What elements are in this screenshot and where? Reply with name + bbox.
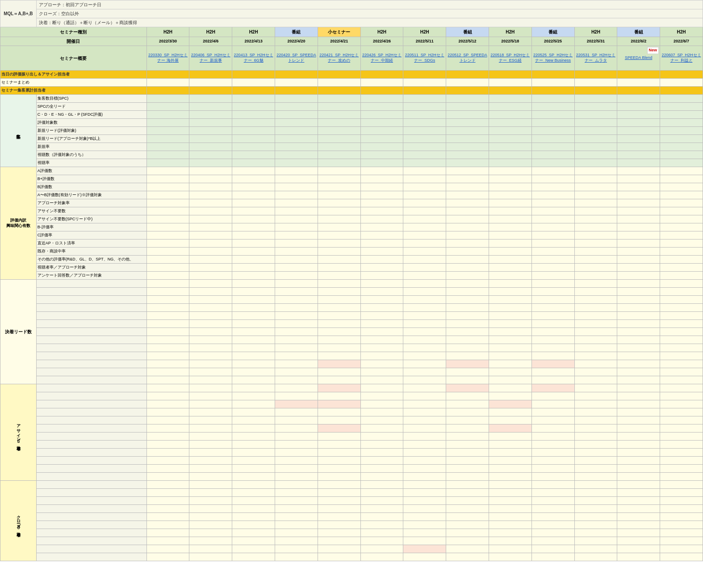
row-eval-count: 評価対象数 xyxy=(36,119,146,127)
today-eval-label: 当日の評価振り出し＆アサイン担当者 xyxy=(0,71,147,79)
col-date-7: 2022/5/11 xyxy=(403,37,446,46)
row-decision-9 xyxy=(36,344,146,352)
row-assign-10 xyxy=(36,457,146,465)
mql-label: MQL＝A,B+,B xyxy=(0,0,37,27)
row-no-assign-spc: アサイン不要数(SPCリード中) xyxy=(36,215,146,223)
row-new-rate: 新規率 xyxy=(36,143,146,151)
row-decision-10 xyxy=(36,352,146,360)
seminar-1[interactable]: 220330_SP_H2Hセミナー 海外展 xyxy=(146,46,189,71)
row-close-4 xyxy=(36,505,146,513)
section-assign-rate: アサインto決着率 xyxy=(0,384,37,481)
row-ap-lost: 直近AP・ロスト済率 xyxy=(36,239,146,248)
info-line1: アプローチ：初回アプローチ日 xyxy=(36,0,703,9)
section-集客: 集客 xyxy=(0,95,37,167)
info-line3: 決着：断り（通話）＋断り（メール）＋商談獲得 xyxy=(36,18,703,27)
row-view-count: 視聴数（評価対象のうち） xyxy=(36,151,146,159)
row-a-eval: A評価数 xyxy=(36,167,146,175)
col-date-1: 2022/3/30 xyxy=(146,37,189,46)
row-bminus-rate: B-評価率 xyxy=(36,223,146,231)
row-spc-all: SPCの全リード xyxy=(36,103,146,111)
row-decision-6 xyxy=(36,320,146,328)
header-seminar-type: セミナー種別 xyxy=(0,27,147,37)
seminar-9[interactable]: 220518_SP_H2Hセミナー_ESG経 xyxy=(489,46,531,71)
col-type-10: 番組 xyxy=(531,27,574,37)
row-decision-7 xyxy=(36,328,146,336)
info-line2: クローズ：空白以外 xyxy=(36,9,703,18)
col-date-6: 2022/4/26 xyxy=(360,37,403,46)
row-no-assign: アサイン不要数 xyxy=(36,207,146,215)
spreadsheet-container: MQL＝A,B+,B アプローチ：初回アプローチ日 クローズ：空白以外 決着：断… xyxy=(0,0,703,588)
row-decision-5 xyxy=(36,312,146,320)
new-badge: New xyxy=(647,47,659,54)
row-assign-8 xyxy=(36,441,146,449)
seminar-3[interactable]: 220413_SP_H2Hセミナー_6G魅 xyxy=(232,46,275,71)
row-existing: 既存・商談中率 xyxy=(36,248,146,256)
seminar-4[interactable]: 220420_SP_SPEEDAトレンド xyxy=(275,46,318,71)
row-集客数目標: 集客数目標(SPC) xyxy=(36,95,146,103)
row-assign-4 xyxy=(36,408,146,416)
row-assign-7 xyxy=(36,433,146,441)
row-assign-1 xyxy=(36,384,146,392)
row-assign-11 xyxy=(36,465,146,473)
row-ab-eval: A〜B評価数(有効リード)※評価対象 xyxy=(36,191,146,199)
row-assign-3 xyxy=(36,400,146,408)
row-close-8 xyxy=(36,537,146,545)
row-close-7 xyxy=(36,529,146,537)
col-type-5: 小セミナー xyxy=(318,27,360,37)
seminar-staff-label: セミナー集客累計担当者 xyxy=(0,87,147,95)
seminar-5[interactable]: 220421_SP_H2Hセミナー_攻めの xyxy=(318,46,360,71)
col-type-3: H2H xyxy=(232,27,275,37)
col-type-6: H2H xyxy=(360,27,403,37)
header-date-label: 開催日 xyxy=(0,37,147,46)
row-assign-6 xyxy=(36,424,146,433)
row-decision-3 xyxy=(36,296,146,304)
row-survey: アンケート回答数／アプローチ対象 xyxy=(36,272,146,280)
col-type-9: H2H xyxy=(489,27,531,37)
row-cde: C・D・E・NG・GL・P (SFDC評価) xyxy=(36,111,146,119)
row-close-10 xyxy=(36,553,146,561)
row-decision-8 xyxy=(36,336,146,344)
row-assign-9 xyxy=(36,449,146,457)
col-type-11: H2H xyxy=(574,27,617,37)
section-decision: 決着リード数 xyxy=(0,280,37,384)
seminar-7[interactable]: 220511_SP_H2Hセミナー_SDGs xyxy=(403,46,446,71)
col-type-13: H2H xyxy=(660,27,703,37)
row-b-eval: B評価数 xyxy=(36,183,146,191)
col-type-8: 番組 xyxy=(446,27,489,37)
row-other-rate: その他の評価率(R&D、GL、D、SPT、NG、その他、 xyxy=(36,256,146,264)
col-type-4: 番組 xyxy=(275,27,318,37)
seminar-11[interactable]: 220531_SP_H2Hセミナー_ムラタ xyxy=(574,46,617,71)
seminar-12[interactable]: SPEEDA BlendNew xyxy=(617,46,660,71)
row-decision-1 xyxy=(36,280,146,288)
col-date-5: 2022/4/21 xyxy=(318,37,360,46)
seminar-10[interactable]: 220525_SP_H2Hセミナー_New Business xyxy=(531,46,574,71)
col-type-7: H2H xyxy=(403,27,446,37)
row-new-approach: 新規リード(アプローチ対象)*B以上 xyxy=(36,135,146,143)
col-date-2: 2022/4/6 xyxy=(189,37,232,46)
row-decision-2 xyxy=(36,288,146,296)
row-decision-12 xyxy=(36,368,146,376)
section-close-rate: クローズto決着率 xyxy=(0,481,37,561)
col-date-9: 2022/5/18 xyxy=(489,37,531,46)
seminar-6[interactable]: 220426_SP_H2Hセミナー_中期経 xyxy=(360,46,403,71)
col-date-12: 2022/6/2 xyxy=(617,37,660,46)
col-date-10: 2022/5/25 xyxy=(531,37,574,46)
row-new-lead: 新規リード(評価対象) xyxy=(36,127,146,135)
row-close-5 xyxy=(36,513,146,521)
row-assign-5 xyxy=(36,416,146,424)
row-close-9 xyxy=(36,545,146,553)
row-close-3 xyxy=(36,497,146,505)
row-close-2 xyxy=(36,489,146,497)
seminar-2[interactable]: 220406_SP_H2Hセミナー_新規事 xyxy=(189,46,232,71)
row-assign-12 xyxy=(36,473,146,481)
seminar-8[interactable]: 220512_SP_SPEEDAトレンド xyxy=(446,46,489,71)
col-type-1: H2H xyxy=(146,27,189,37)
row-bplus-eval: B+評価数 xyxy=(36,175,146,183)
row-approach-rate: アプローチ対象率 xyxy=(36,199,146,207)
row-c-rate: C評価率 xyxy=(36,231,146,239)
col-date-11: 2022/5/31 xyxy=(574,37,617,46)
col-date-8: 2022/5/12 xyxy=(446,37,489,46)
row-decision-13 xyxy=(36,376,146,384)
header-seminar-label: セミナー概要 xyxy=(0,46,147,71)
seminar-13[interactable]: 220607_SP_H2Hセミナー_利益と xyxy=(660,46,703,71)
